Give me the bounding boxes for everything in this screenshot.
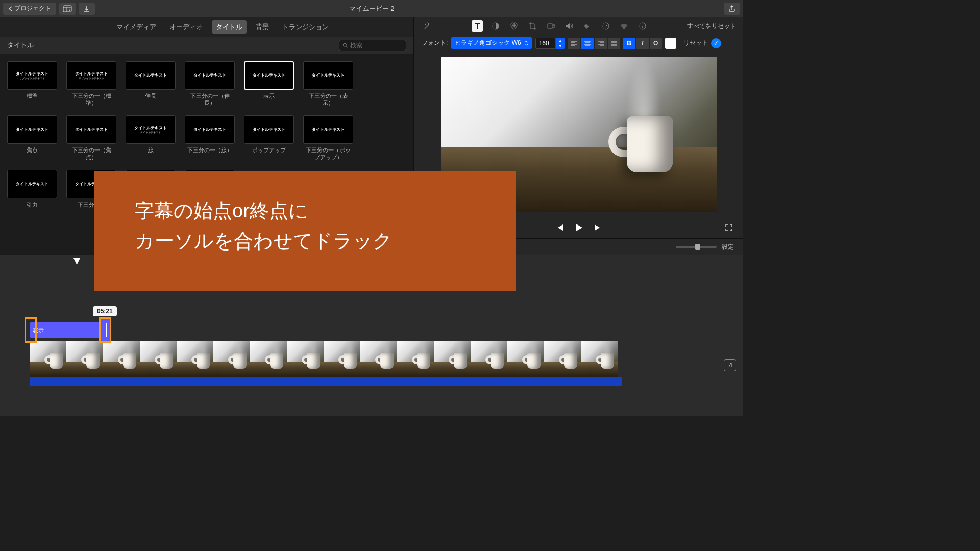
playhead[interactable] [77,258,77,416]
title-card[interactable]: タイトルテキスト焦点 [7,115,57,160]
next-button[interactable] [594,224,602,231]
video-frame-thumb [213,341,250,377]
title-card[interactable]: タイトルテキスト下三分の一（焦点） [66,115,116,160]
title-thumbnail: タイトルテキストタイトルテキスト [126,115,176,144]
color-correction-icon[interactable] [508,20,520,32]
video-frame-thumb [507,341,544,377]
title-card[interactable]: タイトルテキストタイトルテキスト線 [126,115,176,160]
tab-transitions[interactable]: トランジション [278,20,333,34]
video-track[interactable] [30,341,622,382]
title-card[interactable]: タイトルテキスト下三分の一（表示） [303,61,353,106]
align-center-button[interactable] [581,38,594,49]
tab-mymedia[interactable]: マイメディア [112,20,160,34]
clip-start-handle-highlight[interactable] [24,317,37,343]
video-frame-thumb [177,341,213,377]
top-toolbar: プロジェクト ♪ マイムービー 2 [0,0,743,17]
outline-button[interactable]: O [650,38,662,49]
title-thumbnail: タイトルテキスト [66,115,116,144]
title-thumbnail: タイトルテキスト [185,61,235,90]
title-thumbnail: タイトルテキスト [303,61,353,90]
title-card-label: 引力 [27,202,38,208]
speed-icon[interactable] [600,20,611,32]
media-library-button[interactable]: ♪ [59,3,76,15]
title-thumbnail: タイトルテキスト [303,115,353,144]
title-thumbnail: タイトルテキスト [244,61,294,90]
title-card[interactable]: タイトルテキスト伸長 [126,61,176,106]
search-input[interactable] [350,42,403,49]
search-box[interactable] [339,40,406,51]
play-button[interactable] [574,223,583,232]
import-button[interactable] [79,3,95,15]
font-label: フォント: [422,39,448,47]
volume-icon[interactable] [564,20,575,32]
bold-button[interactable]: B [623,38,635,49]
video-frame-thumb [66,341,103,377]
time-tooltip: 05:21 [93,306,117,316]
filter-icon[interactable] [619,20,630,32]
italic-button[interactable]: I [636,38,649,49]
video-frame-thumb [250,341,287,377]
title-card[interactable]: タイトルテキスト下三分の一（ポップアップ） [303,115,353,160]
title-card-label: 下三分の一（線） [187,147,232,154]
color-balance-icon[interactable] [490,20,501,32]
text-align-group [568,38,620,49]
font-family-select[interactable]: ヒラギノ角ゴシック W6 [451,37,532,49]
tab-audio[interactable]: オーディオ [165,20,207,34]
title-card-label: 線 [148,147,154,154]
reset-button[interactable]: リセット [683,39,708,47]
snap-toggle-button[interactable] [724,359,736,371]
back-to-projects-button[interactable]: プロジェクト [3,3,56,15]
fullscreen-button[interactable] [725,223,733,232]
title-card[interactable]: タイトルテキスト表示 [244,61,294,106]
annotation-line2: カーソルを合わせてドラック [135,226,475,256]
share-button[interactable] [724,3,740,15]
annotation-line1: 字幕の始点or終点に [135,196,475,226]
tab-backgrounds[interactable]: 背景 [252,20,273,34]
timeline-settings-button[interactable]: 設定 [722,243,734,252]
title-card-label: 下三分の一（伸長） [185,93,235,106]
title-card-label: 標準 [27,93,38,99]
video-frame-thumb [103,341,140,377]
tab-titles[interactable]: タイトル [212,20,247,34]
align-justify-button[interactable] [608,38,620,49]
title-thumbnail: タイトルテキストサブタイトルテキスト [7,61,57,90]
title-thumbnail: タイトルテキスト [185,115,235,144]
title-clip[interactable]: 表示 [30,322,105,338]
title-card[interactable]: タイトルテキスト下三分の一（伸長） [185,61,235,106]
svg-point-2 [343,43,346,46]
title-card[interactable]: タイトルテキストポップアップ [244,115,294,160]
title-card[interactable]: タイトルテキストサブタイトルテキスト下三分の一（標準） [66,61,116,106]
text-color-swatch[interactable] [665,38,676,49]
prev-button[interactable] [556,224,564,231]
align-right-button[interactable] [595,38,607,49]
video-frame-thumb [581,341,618,377]
title-card[interactable]: タイトルテキストサブタイトルテキスト標準 [7,61,57,106]
zoom-slider[interactable] [676,246,717,248]
title-card[interactable]: タイトルテキスト引力 [7,170,57,208]
reset-all-button[interactable]: すべてをリセット [687,22,736,31]
font-size-stepper[interactable]: ▲▼ [556,38,565,49]
crop-icon[interactable] [527,20,538,32]
video-frame-thumb [471,341,507,377]
text-style-group: B I O [623,38,662,49]
magic-wand-icon[interactable] [422,20,433,32]
svg-rect-7 [548,24,553,28]
video-frame-thumb [360,341,397,377]
stabilize-icon[interactable] [545,20,556,32]
info-icon[interactable] [637,20,648,32]
clip-end-handle-highlight[interactable] [99,317,111,343]
audio-track[interactable] [30,377,622,386]
noise-reduction-icon[interactable] [582,20,593,32]
font-size-input[interactable] [535,38,556,49]
align-left-button[interactable] [568,38,580,49]
apply-check-button[interactable]: ✓ [711,38,721,48]
title-card-label: 下三分の一（標準） [66,93,116,106]
title-thumbnail: タイトルテキスト [126,61,176,90]
text-adjust-icon[interactable] [472,20,483,32]
video-frame-thumb [434,341,471,377]
title-card-label: 下三分の一（ポップアップ） [303,147,353,160]
back-label: プロジェクト [14,4,51,13]
title-thumbnail: タイトルテキスト [7,115,57,144]
title-card[interactable]: タイトルテキスト下三分の一（線） [185,115,235,160]
title-card-label: 表示 [263,93,275,99]
